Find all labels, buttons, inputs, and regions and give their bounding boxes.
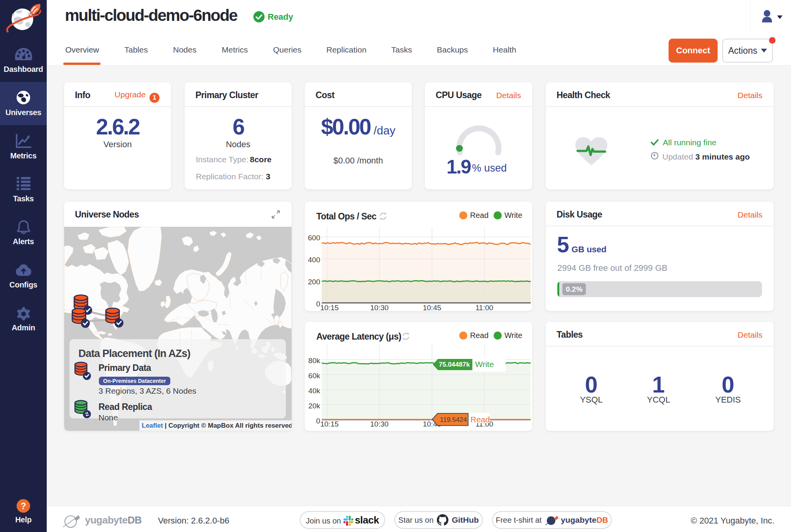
svg-text:?: ? [20, 501, 26, 511]
svg-text:10:45: 10:45 [423, 304, 441, 311]
svg-text:75.04487k: 75.04487k [439, 361, 470, 368]
svg-text:10:15: 10:15 [320, 420, 339, 428]
svg-text:400: 400 [308, 256, 320, 264]
svg-text:40k: 40k [308, 387, 320, 395]
svg-text:200: 200 [308, 278, 320, 286]
svg-text:80k: 80k [308, 357, 320, 365]
svg-text:20k: 20k [308, 402, 320, 410]
svg-text:0: 0 [316, 417, 320, 425]
svg-text:0: 0 [316, 300, 320, 308]
svg-text:Write: Write [475, 360, 494, 369]
svg-text:119.5424: 119.5424 [440, 416, 467, 423]
svg-text:10:30: 10:30 [370, 420, 389, 428]
svg-text:11:00: 11:00 [475, 304, 493, 311]
svg-text:Read: Read [470, 415, 490, 424]
svg-text:60k: 60k [308, 372, 320, 380]
svg-text:600: 600 [308, 234, 320, 242]
svg-text:10:15: 10:15 [320, 304, 339, 311]
svg-text:10:30: 10:30 [370, 304, 389, 311]
